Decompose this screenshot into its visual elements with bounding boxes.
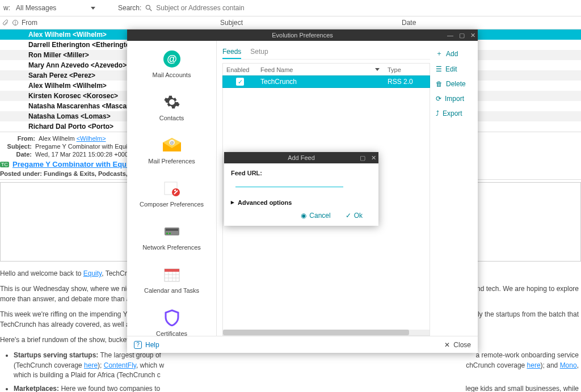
- tab-setup[interactable]: Setup: [250, 45, 268, 59]
- compose-icon: [163, 179, 181, 197]
- advanced-options-toggle[interactable]: ▸ Advanced options: [231, 199, 372, 206]
- dialog-title: Add Feed: [288, 154, 315, 161]
- plus-icon: ＋: [436, 49, 443, 58]
- help-button[interactable]: ? Help: [134, 341, 159, 349]
- svg-text:@: @: [170, 141, 174, 145]
- mono-link[interactable]: Mono: [560, 361, 577, 369]
- svg-point-0: [146, 5, 150, 9]
- horizontal-scrollbar[interactable]: [223, 330, 430, 335]
- minimize-icon[interactable]: —: [447, 32, 453, 39]
- attachment-column-icon[interactable]: [0, 19, 10, 26]
- add-button[interactable]: ＋Add: [433, 45, 478, 62]
- type-column-header[interactable]: Type: [384, 66, 430, 73]
- delete-button[interactable]: 🗑Delete: [433, 77, 478, 91]
- search-input[interactable]: [156, 4, 281, 12]
- add-feed-dialog: Add Feed ▢ ✕ Feed URL: ▸ Advanced option…: [224, 152, 378, 226]
- dialog-close-icon[interactable]: ✕: [371, 154, 376, 162]
- message-list-header: From Subject Date: [0, 16, 581, 29]
- view-dropdown[interactable]: All Messages: [16, 4, 95, 12]
- svg-rect-15: [166, 233, 168, 234]
- preferences-tabs: Feeds Setup: [222, 45, 430, 60]
- meta-subject-value: Pregame Y Combinator with Equity: [35, 143, 132, 150]
- posted-under-label: Posted under:: [0, 170, 42, 177]
- svg-point-4: [15, 24, 16, 24]
- equity-link[interactable]: Equity: [83, 269, 102, 277]
- ok-button[interactable]: ✓ Ok: [346, 212, 363, 220]
- message-from: Ron Miller <Miller>: [28, 51, 89, 59]
- feed-url-label: Feed URL:: [231, 170, 262, 176]
- feed-name-column-header[interactable]: Feed Name: [257, 66, 384, 73]
- help-icon: ?: [134, 341, 142, 349]
- dialog-titlebar[interactable]: Add Feed ▢ ✕: [224, 152, 378, 163]
- meta-from-name: Alex Wilhelm: [39, 135, 77, 142]
- contentfly-link[interactable]: ContentFly: [104, 361, 136, 369]
- feed-actions: ＋Add ☰Edit 🗑Delete ⟳Import ⤴Export: [433, 41, 478, 336]
- feed-badge: TC: [0, 162, 9, 167]
- message-from: Kirsten Korosec <Korosec>: [28, 92, 118, 100]
- meta-date-label: Date:: [0, 151, 32, 158]
- category-calendar[interactable]: Calendar and Tasks: [132, 260, 212, 300]
- feed-url-input[interactable]: [235, 177, 343, 187]
- enabled-column-header[interactable]: Enabled: [223, 66, 257, 73]
- cancel-button[interactable]: ◉ Cancel: [301, 212, 330, 220]
- message-from: Darrell Etherington <Etherington>: [28, 41, 138, 49]
- svg-rect-14: [166, 229, 178, 231]
- close-icon[interactable]: ✕: [470, 32, 475, 39]
- flag-column-icon[interactable]: [10, 19, 20, 26]
- edit-button[interactable]: ☰Edit: [433, 62, 478, 77]
- feed-table-header: Enabled Feed Name Type: [222, 63, 430, 75]
- import-button[interactable]: ⟳Import: [433, 91, 478, 106]
- preferences-title: Evolution Preferences: [272, 32, 333, 39]
- category-certificates[interactable]: Certificates: [132, 303, 212, 336]
- message-from: Natasha Lomas <Lomas>: [28, 112, 111, 120]
- dialog-maximize-icon[interactable]: ▢: [360, 154, 365, 162]
- coverage-link-2[interactable]: here: [527, 361, 541, 369]
- category-composer[interactable]: Composer Preferences: [132, 174, 212, 213]
- feed-enabled-checkbox[interactable]: ✓: [236, 78, 244, 86]
- view-suffix-label: w:: [3, 4, 10, 12]
- export-icon: ⤴: [436, 109, 439, 117]
- shield-icon: [163, 309, 181, 327]
- close-button[interactable]: ✕ Close: [444, 341, 471, 349]
- close-x-icon: ✕: [444, 341, 450, 349]
- svg-rect-18: [165, 269, 179, 272]
- subject-column-header[interactable]: Subject: [220, 19, 402, 27]
- list-icon: ☰: [436, 65, 442, 73]
- search-label: Search:: [118, 4, 141, 12]
- coverage-link-1[interactable]: here: [84, 361, 98, 369]
- envelope-icon: @: [163, 136, 181, 154]
- chevron-down-icon: [91, 7, 95, 10]
- tab-feeds[interactable]: Feeds: [222, 45, 241, 59]
- message-from: Alex Wilhelm <Wilhelm>: [28, 31, 107, 39]
- maximize-icon[interactable]: ▢: [459, 32, 465, 39]
- cancel-icon: ◉: [301, 212, 306, 220]
- at-sign-icon: @: [163, 50, 181, 68]
- check-icon: ✓: [346, 212, 351, 220]
- message-from: Mary Ann Azevedo <Azevedo>: [28, 61, 127, 69]
- calendar-icon: [163, 265, 181, 284]
- export-button[interactable]: ⤴Export: [433, 106, 478, 121]
- preferences-titlebar[interactable]: Evolution Preferences — ▢ ✕: [127, 29, 478, 41]
- category-mail-accounts[interactable]: @ Mail Accounts: [132, 44, 212, 84]
- category-network[interactable]: Network Preferences: [132, 217, 212, 256]
- category-mail-preferences[interactable]: @ Mail Preferences: [132, 130, 212, 170]
- view-value: All Messages: [16, 4, 56, 12]
- svg-text:@: @: [167, 53, 177, 65]
- import-icon: ⟳: [436, 95, 441, 103]
- meta-from-link[interactable]: <Wilhelm>: [77, 135, 106, 142]
- post-title-link[interactable]: Pregame Y Combinator with Equity: [12, 160, 135, 168]
- search-icon: [145, 4, 153, 12]
- date-column-header[interactable]: Date: [402, 19, 581, 27]
- feed-type-cell: RSS 2.0: [384, 78, 430, 86]
- network-icon: [163, 222, 181, 241]
- expand-arrow-icon: ▸: [231, 199, 234, 206]
- meta-subject-label: Subject:: [0, 143, 32, 150]
- gear-icon: [163, 93, 181, 111]
- from-column-header[interactable]: From: [20, 19, 220, 27]
- preferences-sidebar: @ Mail Accounts Contacts @ Mail Preferen…: [127, 41, 217, 336]
- category-contacts[interactable]: Contacts: [132, 87, 212, 127]
- feed-row[interactable]: ✓ TechCrunch RSS 2.0: [222, 75, 430, 88]
- sort-indicator-icon: [375, 68, 380, 71]
- svg-rect-16: [169, 233, 171, 234]
- meta-from-label: From:: [10, 135, 35, 142]
